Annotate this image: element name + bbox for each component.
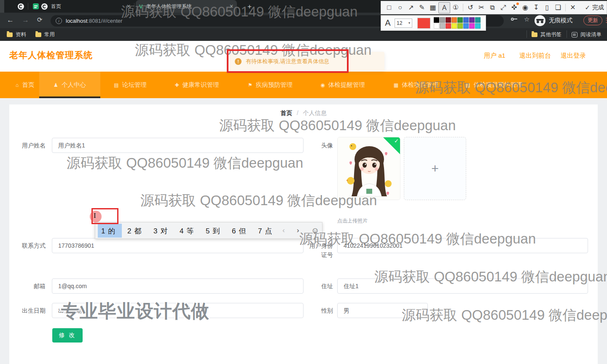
nav-item-2[interactable]: ▤论坛管理 — [107, 72, 154, 98]
nav-item-5[interactable]: ◉体检提醒管理 — [313, 72, 373, 98]
download-tool-icon[interactable]: ↧ — [531, 2, 542, 13]
mosaic-tool-icon[interactable]: ▦ — [427, 2, 438, 13]
tab-separator — [28, 3, 28, 10]
browser-tab-home[interactable]: 首页 ✕ — [38, 0, 134, 13]
breadcrumb-home[interactable]: 首页 — [280, 110, 292, 116]
color-swatch[interactable] — [463, 17, 469, 23]
folder-icon — [7, 32, 13, 37]
ime-candidate[interactable]: 5到 — [206, 226, 220, 236]
ime-emoji-icon[interactable]: ☺ — [311, 226, 319, 235]
tab-close-icon[interactable]: ✕ — [229, 3, 234, 9]
other-bookmarks-button[interactable]: 其他书签 — [532, 31, 561, 38]
fullscreen-tool-icon[interactable]: ⤢ — [498, 2, 509, 13]
color-swatch[interactable] — [434, 23, 439, 29]
color-swatch[interactable] — [469, 23, 475, 29]
field-input[interactable]: 男 — [337, 303, 428, 318]
submit-button[interactable]: 修 改 — [52, 328, 83, 343]
rectangle-tool-icon[interactable]: □ — [384, 2, 395, 13]
browser-tab-active[interactable]: V 老年人体检管理系统 ✕ — [136, 0, 237, 13]
forum-icon: ▤ — [114, 82, 118, 88]
ime-candidate[interactable]: 2都 — [127, 226, 141, 236]
field-input[interactable]: 住址1 — [337, 278, 588, 294]
current-color-swatch[interactable] — [417, 18, 430, 29]
home-icon: ⌂ — [16, 82, 19, 88]
color-swatch[interactable] — [446, 23, 451, 29]
ime-candidate[interactable]: 7点 — [258, 226, 272, 236]
header-user-link[interactable]: 用户 a1 — [484, 52, 505, 60]
logout-link[interactable]: 退出登录 — [561, 52, 586, 60]
field-input[interactable]: 用户姓名1 — [52, 138, 304, 153]
color-swatch[interactable] — [463, 23, 469, 29]
nav-item-1[interactable]: ♟个人中心 — [39, 72, 100, 98]
chrome-update-button[interactable]: 更新 — [583, 16, 602, 25]
field-label: 用户身份证号 — [306, 241, 333, 260]
color-swatch[interactable] — [457, 17, 463, 23]
incognito-label: 无痕模式 — [549, 17, 572, 24]
ellipse-tool-icon[interactable]: ○ — [395, 2, 406, 13]
text-tool-icon[interactable]: A — [438, 2, 450, 13]
avatar-upload-box[interactable]: + — [404, 137, 466, 200]
undo-tool-icon[interactable]: ↺ — [465, 2, 476, 13]
color-swatch[interactable] — [434, 17, 439, 23]
nav-item-7[interactable]: ▧体检项目预约管理 — [458, 72, 530, 98]
tab-close-icon[interactable]: ✕ — [126, 3, 131, 9]
back-button[interactable]: ← — [7, 16, 14, 24]
nav-item-0[interactable]: ⌂首页 — [8, 72, 41, 98]
browser-menu-icon[interactable]: ⋮ — [603, 16, 607, 24]
tab-separator — [134, 3, 134, 10]
candidate-number: 6 — [232, 227, 236, 235]
form-row: 用户姓名用户姓名1 — [0, 138, 607, 153]
annotator-done-button[interactable]: ✓ 完成 — [585, 4, 604, 11]
color-swatch[interactable] — [475, 23, 481, 29]
color-swatch[interactable] — [457, 23, 463, 29]
ime-next-icon[interactable]: › — [297, 226, 299, 235]
font-size-select[interactable]: 12 ▾ — [395, 19, 412, 28]
bookmark-label: 常用 — [44, 31, 55, 38]
new-tab-button[interactable]: + — [244, 2, 255, 12]
arrow-tool-icon[interactable]: ↗ — [406, 2, 416, 13]
annotator-text-options: A 12 ▾ — [381, 15, 486, 31]
nav-item-4[interactable]: ⚑疾病预防管理 — [240, 72, 300, 98]
color-swatch[interactable] — [451, 23, 457, 29]
color-swatch[interactable] — [446, 17, 451, 23]
color-swatch[interactable] — [451, 17, 457, 23]
pen-tool-icon[interactable]: ✎ — [416, 2, 427, 13]
exit-to-front-link[interactable]: 退出到前台 — [519, 52, 551, 60]
pin-tool-icon[interactable]: ✜ — [509, 2, 520, 13]
copy-tool-icon[interactable]: ⧉ — [487, 2, 498, 13]
nav-item-3[interactable]: ✚健康常识管理 — [167, 72, 227, 98]
bookmark-folder-ziliao[interactable]: 资料 — [7, 31, 26, 38]
avatar-image[interactable]: ✓ — [337, 137, 400, 200]
ime-candidate[interactable]: 1的 — [101, 226, 115, 236]
folder-icon — [35, 32, 41, 37]
close-tool-icon[interactable]: ✕ — [567, 2, 578, 13]
color-swatch[interactable] — [440, 23, 445, 29]
reading-list-button[interactable]: 阅读清单 — [572, 31, 602, 38]
ime-candidate[interactable]: 3对 — [153, 226, 167, 236]
bookmark-tool-icon[interactable]: ❏ — [553, 2, 564, 13]
nav-item-6[interactable]: ▦体检项目管理 — [386, 72, 446, 98]
window-edge — [0, 0, 4, 13]
ime-prev-icon[interactable]: ‹ — [282, 226, 285, 235]
pinned-tab[interactable] — [16, 2, 25, 11]
cut-tool-icon[interactable]: ✂ — [476, 2, 487, 13]
nav-item-label: 体检项目预约管理 — [474, 81, 523, 89]
ime-candidate[interactable]: 6但 — [232, 226, 246, 236]
color-swatch[interactable] — [475, 17, 481, 23]
site-info-icon[interactable]: i — [56, 18, 62, 24]
bookmark-folder-changyong[interactable]: 常用 — [35, 31, 55, 38]
color-swatch[interactable] — [440, 17, 445, 23]
color-swatch[interactable] — [469, 17, 475, 23]
font-icon: A — [384, 18, 392, 28]
password-key-icon[interactable] — [511, 18, 517, 21]
phone-tool-icon[interactable]: ▯ — [542, 2, 553, 13]
bookmark-star-icon[interactable]: ☆ — [524, 16, 529, 23]
reload-button[interactable]: ⟳ — [37, 16, 43, 24]
globe-favicon-icon — [41, 3, 48, 10]
ime-candidate[interactable]: 4等 — [180, 226, 193, 236]
screenshot-annotator-toolbar: □○↗✎▦A①↺✂⧉⤢✜◉↧▯❏✕ ✓ 完成 — [381, 1, 607, 14]
step-number-tool-icon[interactable]: ① — [450, 2, 461, 13]
forward-button[interactable]: → — [22, 16, 29, 24]
field-input[interactable]: 410224199610232001 — [337, 238, 588, 253]
record-tool-icon[interactable]: ◉ — [520, 2, 531, 13]
